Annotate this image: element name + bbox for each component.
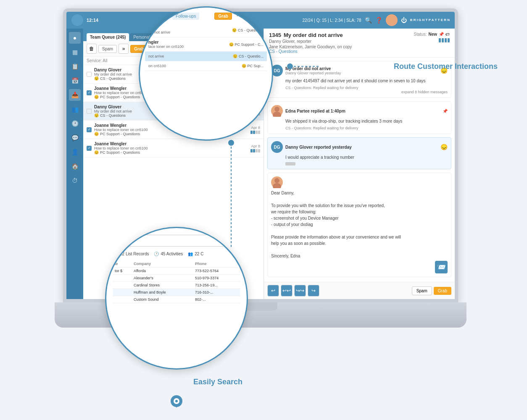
message-avatar: DG bbox=[271, 141, 283, 153]
popup-list-item[interactable]: ver did not arrive 😟 CS - Questions bbox=[145, 23, 267, 37]
col-header-phone: Phone bbox=[193, 260, 240, 268]
cell-role bbox=[113, 282, 132, 289]
bar bbox=[448, 38, 450, 42]
cell-role bbox=[113, 289, 132, 296]
popup-tab-followups[interactable]: Follow-ups bbox=[172, 13, 199, 20]
cell-role: tor $ bbox=[113, 268, 132, 275]
message-emoji: 😞 bbox=[440, 144, 448, 150]
header-stats: 22/24 | Q: 15 | L: 2:34 | SLA: 78 bbox=[303, 18, 361, 23]
status-label: Status: bbox=[414, 32, 427, 37]
cell-phone: 713-256-19... bbox=[193, 282, 240, 289]
popup-grab-btn[interactable]: Grab bbox=[214, 13, 232, 20]
pin-icon[interactable]: 📌 bbox=[439, 32, 444, 37]
sidebar-icon-team[interactable]: 👥 bbox=[69, 103, 81, 115]
message-header: Edna Partee replied at 1:40pm 📌 bbox=[271, 105, 448, 117]
popup-list-item[interactable]: ngler lace toner on cn5100 😊 PC Support … bbox=[145, 37, 267, 52]
table-row[interactable]: Alexander's 510-979-3374 bbox=[113, 275, 240, 282]
pin-message-icon[interactable]: 📌 bbox=[443, 109, 448, 113]
cell-company: Cardinal Stores bbox=[132, 282, 193, 289]
sidebar-icon-home[interactable]: ● bbox=[69, 32, 81, 44]
item-checkbox[interactable]: ✓ bbox=[87, 146, 92, 151]
bar bbox=[258, 131, 260, 134]
messages-list: DG My order did not arrive Danny Glover … bbox=[264, 58, 455, 282]
forward-all-button[interactable]: ↪↪ bbox=[294, 285, 306, 297]
detail-header: 1345 My order did not arrive Danny Glove… bbox=[264, 29, 455, 58]
svg-point-1 bbox=[273, 112, 281, 117]
item-checkbox[interactable]: ✓ bbox=[87, 90, 92, 95]
sidebar-icon-grid[interactable]: ▦ bbox=[69, 46, 81, 58]
reply-all-button[interactable]: ↩↩ bbox=[281, 285, 292, 297]
tag-icon2[interactable]: 🏷 bbox=[445, 32, 450, 37]
list-records-count: 12 List Records bbox=[120, 252, 149, 256]
item-checkbox[interactable] bbox=[87, 72, 92, 77]
reply-button[interactable]: ↩ bbox=[267, 285, 279, 297]
queue-item[interactable]: ✓ Joanne Wengler How to replace toner on… bbox=[83, 139, 264, 158]
send-icon[interactable]: 📨 bbox=[435, 261, 448, 273]
bar bbox=[253, 131, 255, 134]
grab-button2[interactable]: Grab bbox=[434, 287, 451, 295]
cell-phone: 716-310-... bbox=[193, 289, 240, 296]
tag-icon: 😊 bbox=[94, 150, 99, 155]
detail-title: My order did not arrive bbox=[284, 32, 343, 38]
message-sender: My order did not arrive bbox=[285, 66, 341, 71]
search-icon[interactable]: 🔍 bbox=[365, 17, 372, 24]
tag-icon: 😊 bbox=[94, 132, 99, 136]
sidebar-icon-clock[interactable]: 🕐 bbox=[69, 118, 81, 129]
sidebar-icon-timer[interactable]: ⏱ bbox=[69, 175, 81, 186]
message-sender: Edna Partee replied at 1:40pm bbox=[285, 109, 345, 113]
delete-button[interactable]: 🗑 bbox=[87, 44, 97, 54]
user-avatar[interactable] bbox=[386, 14, 398, 26]
message-header: DG Danny Glover reported yesterday 😞 bbox=[271, 141, 448, 153]
forward-button2[interactable]: ↪ bbox=[308, 285, 319, 297]
sidebar-icon-user[interactable]: 👤 bbox=[69, 146, 81, 158]
spam-button2[interactable]: Spam bbox=[412, 286, 432, 295]
popup-list-item[interactable]: on cn5100 😊 PC Sup... bbox=[145, 61, 267, 71]
search-label: Easily Search bbox=[193, 378, 242, 386]
cell-role bbox=[113, 275, 132, 282]
ticket-id: 1345 bbox=[269, 32, 281, 38]
detail-reporter: Danny Glover, reporter bbox=[269, 39, 352, 44]
activities-stat: 🕐 45 Activities bbox=[154, 252, 183, 256]
bar bbox=[253, 149, 255, 152]
message-item: Dear Danny, To provide you with the solu… bbox=[267, 173, 451, 277]
bar bbox=[439, 38, 441, 42]
table-row[interactable]: tor $ Afforda 773-522-5764 bbox=[113, 268, 240, 275]
sidebar-icon-house[interactable]: 🏠 bbox=[69, 160, 81, 172]
item-subject: How to replace toner on cn5100 bbox=[94, 146, 248, 150]
table-row[interactable]: Custom Sound 802-... bbox=[113, 296, 240, 303]
item-checkbox[interactable]: ✓ bbox=[87, 127, 92, 132]
cell-phone: 510-979-3374 bbox=[193, 275, 240, 282]
sidebar-icon-calendar[interactable]: 📅 bbox=[69, 75, 81, 87]
forward-button[interactable]: » bbox=[119, 44, 129, 54]
tab-team-queue[interactable]: Team Queue (245) bbox=[87, 33, 129, 41]
help-icon[interactable]: ❓ bbox=[375, 17, 382, 24]
item-info: Joanne Wengler How to replace toner on c… bbox=[94, 142, 248, 155]
message-body: I would appreciate a tracking number bbox=[271, 155, 448, 160]
sidebar-icon-chat[interactable]: 💬 bbox=[69, 132, 81, 144]
item-bars bbox=[250, 131, 260, 134]
message-item: DG Danny Glover reported yesterday 😞 I w… bbox=[267, 137, 451, 169]
popup-item-tag: 😊 PC Sup... bbox=[242, 64, 264, 68]
header-time: 12:14 bbox=[87, 18, 98, 23]
spam-button[interactable]: Spam bbox=[98, 45, 117, 53]
item-bars bbox=[250, 149, 260, 152]
table-row[interactable]: Huffman and Boyle 716-310-... bbox=[113, 289, 240, 296]
bar bbox=[256, 131, 258, 134]
power-icon[interactable]: ⏻ bbox=[401, 17, 407, 24]
route-label: Route Customer Interactions bbox=[394, 62, 498, 71]
sidebar-icon-list[interactable]: 📋 bbox=[69, 60, 81, 72]
cell-phone: 802-... bbox=[193, 296, 240, 303]
search-results-table: le Company Phone tor $ Afforda 773-522-5… bbox=[113, 260, 240, 303]
table-row[interactable]: Cardinal Stores 713-256-19... bbox=[113, 282, 240, 289]
bar bbox=[256, 149, 258, 152]
col-header-company: Company bbox=[132, 260, 193, 268]
item-checkbox[interactable] bbox=[87, 109, 92, 114]
svg-point-15 bbox=[175, 400, 178, 402]
message-sender: Danny Glover reported yesterday bbox=[285, 145, 352, 150]
bar bbox=[445, 38, 447, 42]
message-footer: CS - Questions: Replied waiting for deli… bbox=[271, 86, 448, 90]
svg-point-0 bbox=[274, 107, 279, 112]
expand-link[interactable]: expand 8 hidden messages bbox=[271, 90, 448, 94]
sidebar-icon-inbox[interactable]: 📥 bbox=[69, 89, 81, 101]
popup-list-item[interactable]: not arrive 😟 CS - Questio... bbox=[145, 52, 267, 61]
